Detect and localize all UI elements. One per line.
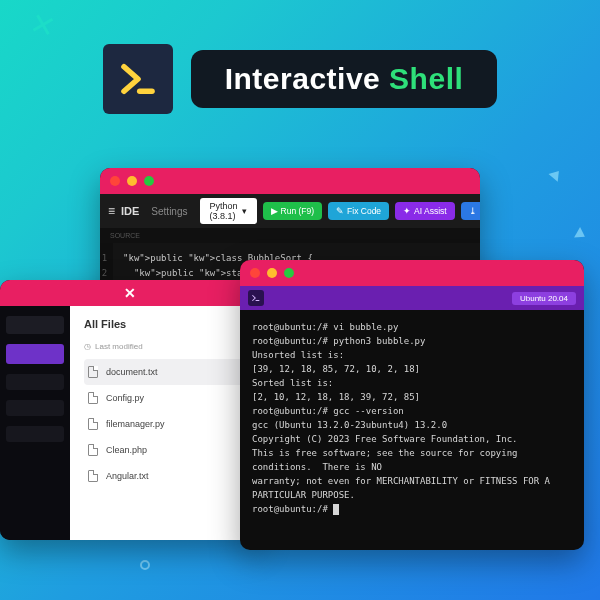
ide-brand: IDE <box>121 205 139 217</box>
shell-logo <box>103 44 173 114</box>
source-label: SOURCE <box>100 228 480 243</box>
cursor <box>333 504 339 515</box>
terminal-icon[interactable] <box>248 290 264 306</box>
terminal-titlebar[interactable] <box>240 260 584 286</box>
file-name: Clean.php <box>106 445 147 455</box>
file-row[interactable]: filemanager.py <box>84 411 246 437</box>
file-name: filemanager.py <box>106 419 165 429</box>
file-icon <box>88 470 98 482</box>
file-icon <box>88 444 98 456</box>
language-select[interactable]: Python (3.8.1) ▾ <box>200 198 257 224</box>
hero-title-pill: Interactive Shell <box>191 50 498 108</box>
save-button[interactable]: ⤓Save <box>461 202 480 220</box>
file-browser-titlebar[interactable]: ✕ <box>0 280 260 306</box>
file-browser-window: ✕ All Files ◷ Last modified document.txt… <box>0 280 260 540</box>
file-icon <box>88 392 98 404</box>
terminal-window: Ubuntu 20.04 root@ubuntu:/# vi bubble.py… <box>240 260 584 550</box>
window-maximize-dot[interactable] <box>284 268 294 278</box>
hero-title-word2: Shell <box>389 62 463 95</box>
ai-assist-button[interactable]: ✦AI Assist <box>395 202 455 220</box>
run-button[interactable]: ▶Run (F9) <box>263 202 323 220</box>
terminal-output[interactable]: root@ubuntu:/# vi bubble.pyroot@ubuntu:/… <box>240 310 584 526</box>
sidebar-primary-action[interactable] <box>6 344 64 364</box>
search-input[interactable] <box>6 316 64 334</box>
decoration-triangle <box>549 167 564 182</box>
file-name: Config.py <box>106 393 144 403</box>
file-list-panel: All Files ◷ Last modified document.txtCo… <box>70 306 260 540</box>
ide-toolbar: ≡ IDE Settings Python (3.8.1) ▾ ▶Run (F9… <box>100 194 480 228</box>
file-browser-sidebar <box>0 306 70 540</box>
file-list-heading: All Files <box>84 318 246 330</box>
window-close-dot[interactable] <box>110 176 120 186</box>
hero-title: Interactive Shell <box>225 62 464 96</box>
sidebar-item[interactable] <box>6 400 64 416</box>
close-icon[interactable]: ✕ <box>124 285 136 301</box>
terminal-tabstrip: Ubuntu 20.04 <box>240 286 584 310</box>
window-maximize-dot[interactable] <box>144 176 154 186</box>
decoration-circle <box>140 560 150 570</box>
file-name: document.txt <box>106 367 158 377</box>
file-icon <box>88 366 98 378</box>
language-label: Python (3.8.1) <box>210 201 238 221</box>
window-minimize-dot[interactable] <box>127 176 137 186</box>
sidebar-item[interactable] <box>6 374 64 390</box>
hero-title-word1: Interactive <box>225 62 381 95</box>
file-name: Angular.txt <box>106 471 149 481</box>
window-minimize-dot[interactable] <box>267 268 277 278</box>
file-row[interactable]: Config.py <box>84 385 246 411</box>
fix-code-button[interactable]: ✎Fix Code <box>328 202 389 220</box>
ide-titlebar[interactable] <box>100 168 480 194</box>
clock-icon: ◷ <box>84 342 91 351</box>
sort-last-modified[interactable]: ◷ Last modified <box>84 342 246 351</box>
window-close-dot[interactable] <box>250 268 260 278</box>
file-row[interactable]: Angular.txt <box>84 463 246 489</box>
file-icon <box>88 418 98 430</box>
os-badge: Ubuntu 20.04 <box>512 292 576 305</box>
hero-title-row: Interactive Shell <box>0 44 600 114</box>
sidebar-item[interactable] <box>6 426 64 442</box>
decoration-x: ✕ <box>26 5 59 45</box>
file-row[interactable]: Clean.php <box>84 437 246 463</box>
file-row[interactable]: document.txt <box>84 359 246 385</box>
menu-icon[interactable]: ≡ <box>108 204 115 218</box>
tab-settings[interactable]: Settings <box>151 206 187 217</box>
decoration-triangle <box>574 227 588 242</box>
chevron-down-icon: ▾ <box>242 206 247 216</box>
